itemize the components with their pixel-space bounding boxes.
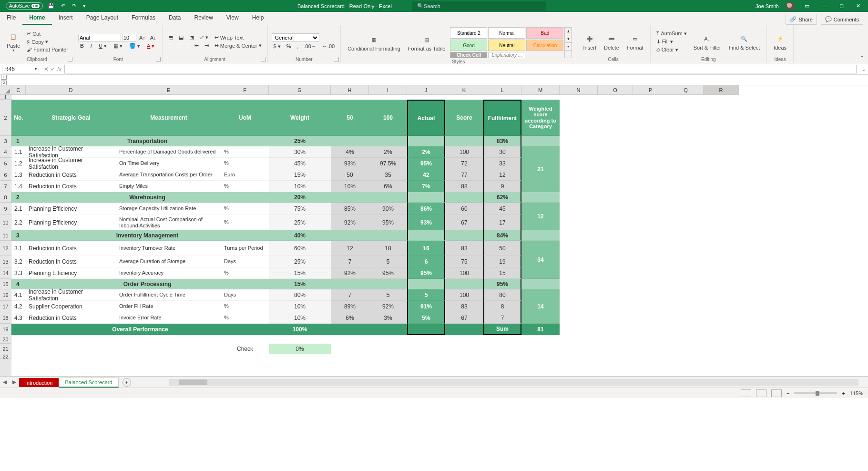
cell[interactable]: 50 [483,241,521,256]
redo-icon[interactable]: ↷ [70,3,78,9]
cell[interactable]: 95% [369,267,407,279]
cell[interactable]: Fullfilment [483,100,521,136]
copy-button[interactable]: ⎘ Copy ▾ [25,38,70,45]
cell[interactable]: Average Transportation Costs per Order [116,169,221,181]
column-header-E[interactable]: E [116,85,221,95]
column-header-Q[interactable]: Q [668,85,704,95]
cell[interactable]: Planning Efficiency [26,267,116,279]
cell[interactable]: Actual [407,100,445,136]
cell[interactable]: % [221,215,269,230]
sheet-tab-balanced-scorecard[interactable]: Balanced Scorecard [59,378,118,388]
cell-style-calculation[interactable]: Calculation [526,40,563,51]
cell[interactable]: 6% [331,312,369,324]
fill-button[interactable]: ⬇ Fill ▾ [654,38,689,45]
cell[interactable]: 4.1 [11,289,26,301]
cell[interactable]: 60% [269,241,331,256]
cell[interactable]: 95% [369,215,407,230]
cell[interactable]: 30 [483,146,521,158]
cell[interactable]: Empty Miles [116,181,221,192]
column-header-M[interactable]: M [521,85,560,95]
cell[interactable]: 10% [269,312,331,324]
cell[interactable]: 7 [331,289,369,301]
weighted-score-cell[interactable]: 21 [521,146,560,192]
increase-decimal-icon[interactable]: .00→ [302,43,318,50]
cell[interactable]: Score [445,100,483,136]
name-box[interactable]: R46▾ [2,65,39,73]
cell[interactable]: 3% [369,312,407,324]
cell[interactable] [369,279,407,289]
cell[interactable] [445,324,483,335]
row-header-22[interactable]: 22 [0,354,11,359]
row-header-12[interactable]: 12 [0,241,11,256]
delete-cells-button[interactable]: ➖Delete [601,31,622,51]
cell[interactable] [369,136,407,146]
cell[interactable]: 83% [483,136,521,146]
cell[interactable]: 7 [331,256,369,267]
cell[interactable]: UoM [221,100,269,136]
column-header-I[interactable]: I [369,85,407,95]
sheet-nav-next-icon[interactable]: ▶ [10,379,19,385]
number-dialog-launcher[interactable] [334,57,339,61]
cell[interactable] [521,192,560,203]
cell[interactable]: 84% [483,230,521,241]
menu-tab-data[interactable]: Data [162,11,187,25]
cell[interactable] [369,192,407,203]
column-header-G[interactable]: G [269,85,331,95]
outline-level-2[interactable]: 2 [1,81,7,85]
cell[interactable]: Invoice Error Rate [116,312,221,324]
select-all-corner[interactable] [0,85,11,95]
cell[interactable]: 62% [483,192,521,203]
cell[interactable]: Turns per Period [221,241,269,256]
column-header-H[interactable]: H [331,85,369,95]
cell[interactable] [369,230,407,241]
page-layout-view-icon[interactable] [756,389,766,397]
cell[interactable]: 81 [521,324,560,335]
cell[interactable]: 100% [269,324,331,335]
row-header-6[interactable]: 6 [0,169,11,181]
cell[interactable]: Weight [269,100,331,136]
cell[interactable] [331,279,369,289]
row-header-16[interactable]: 16 [0,289,11,301]
underline-button[interactable]: U ▾ [97,42,109,50]
format-painter-button[interactable]: 🖌 Format Painter [25,46,70,53]
cell[interactable]: Storage Capacity Utilization Rate [116,203,221,215]
cell[interactable]: 3.1 [11,241,26,256]
cell[interactable]: On Time Delivery [116,158,221,169]
cell[interactable] [331,136,369,146]
cell[interactable] [407,192,445,203]
cell[interactable]: 85% [331,203,369,215]
cell[interactable]: Warehousing [26,192,269,203]
cell[interactable]: 4% [331,146,369,158]
cell[interactable]: 50 [331,169,369,181]
cell[interactable]: Reduction in Costs [26,181,116,192]
cell[interactable]: 40% [269,230,331,241]
horizontal-scrollbar[interactable] [169,379,858,386]
increase-font-icon[interactable]: A↑ [137,34,147,41]
cell[interactable]: 33 [483,158,521,169]
column-header-R[interactable]: R [704,85,739,95]
minimize-icon[interactable]: — [819,3,830,9]
cell-style-good[interactable]: Good [450,40,487,51]
cell[interactable]: 75 [445,256,483,267]
row-header-20[interactable]: 20 [0,335,11,344]
normal-view-icon[interactable] [741,389,751,397]
row-header-11[interactable]: 11 [0,230,11,241]
column-header-J[interactable]: J [407,85,445,95]
cell[interactable]: 42 [407,169,445,181]
styles-more-icon[interactable]: ▾ [565,43,572,51]
sort-filter-button[interactable]: A↓Sort & Filter [691,31,724,51]
styles-scroll-down-icon[interactable]: ▼ [565,35,572,43]
cell[interactable]: 100 [445,289,483,301]
weighted-score-cell[interactable]: 14 [521,289,560,324]
column-header-K[interactable]: K [445,85,483,95]
cell[interactable]: 25% [269,256,331,267]
row-header-14[interactable]: 14 [0,267,11,279]
zoom-slider[interactable] [794,392,837,394]
cell[interactable]: 67 [445,312,483,324]
align-bottom-icon[interactable]: ⬔ [187,34,196,41]
cell[interactable]: No. [11,100,26,136]
cell[interactable] [445,230,483,241]
cell[interactable]: 9 [483,181,521,192]
cell[interactable]: Reduction in Costs [26,169,116,181]
row-header-2[interactable]: 2 [0,100,11,136]
